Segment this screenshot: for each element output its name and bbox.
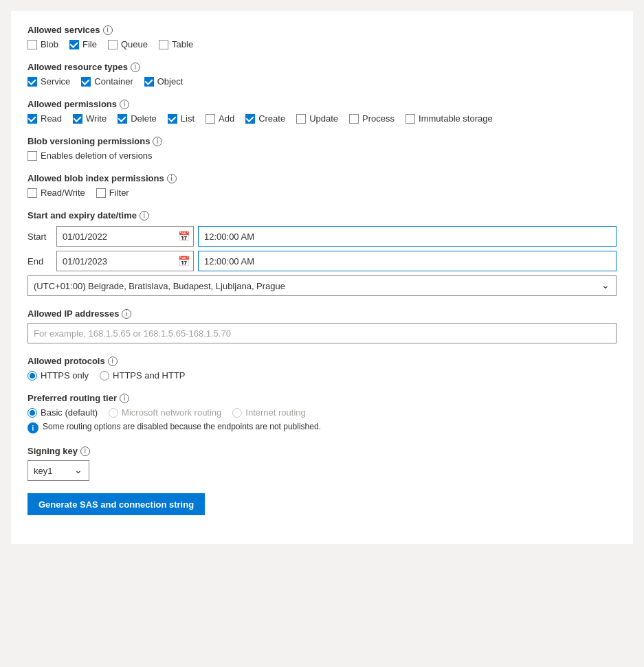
blob-index-filter-checkbox[interactable] [96,188,106,198]
allowed-ip-input[interactable] [27,323,617,343]
perm-list-checkbox[interactable] [168,114,177,124]
perm-list-item[interactable]: List [168,113,195,124]
start-label: Start [27,231,52,242]
table-checkbox[interactable] [159,40,168,49]
resource-service-checkbox[interactable] [27,77,37,87]
blob-index-info-icon[interactable]: i [167,174,177,183]
end-date-input-wrapper: 📅 [56,251,194,271]
start-time-input[interactable] [198,226,617,247]
blob-versioning-enable-item[interactable]: Enables deletion of versions [27,150,153,161]
protocol-https-only-item[interactable]: HTTPS only [27,370,89,381]
blob-label: Blob [41,39,58,49]
main-panel: Allowed services i Blob File Queue Table [11,11,633,544]
perm-process-checkbox[interactable] [349,114,359,124]
protocol-https-only-label: HTTPS only [41,370,89,381]
routing-tier-label: Preferred routing tier i [27,393,617,403]
allowed-resource-types-label: Allowed resource types i [27,62,617,72]
resource-container-checkbox[interactable] [81,77,91,87]
file-label: File [82,39,97,49]
resource-container-label: Container [94,76,133,87]
routing-internet-item: Internet routing [232,407,305,418]
file-checkbox[interactable] [69,40,79,49]
perm-update-label: Update [309,113,338,124]
perm-write-checkbox[interactable] [73,114,82,124]
blob-index-readwrite-item[interactable]: Read/Write [27,188,85,198]
perm-create-checkbox[interactable] [245,114,255,124]
perm-process-item[interactable]: Process [349,113,395,124]
routing-basic-radio[interactable] [27,408,37,418]
allowed-protocols-label: Allowed protocols i [27,356,617,366]
blob-checkbox[interactable] [27,40,37,49]
perm-update-item[interactable]: Update [296,113,338,124]
allowed-services-info-icon[interactable]: i [103,25,113,35]
allowed-permissions-section: Allowed permissions i Read Write Delete … [27,99,617,124]
resource-service-item[interactable]: Service [27,76,70,87]
resource-object-item[interactable]: Object [144,76,184,87]
blob-index-checkboxes: Read/Write Filter [27,188,617,198]
allowed-ip-label: Allowed IP addresses i [27,308,617,319]
start-date-input[interactable] [56,226,194,247]
routing-tier-section: Preferred routing tier i Basic (default)… [27,393,617,433]
service-file-item[interactable]: File [69,39,97,49]
queue-label: Queue [121,39,148,49]
routing-basic-label: Basic (default) [41,407,98,418]
signing-key-info-icon[interactable]: i [80,446,90,456]
routing-basic-item[interactable]: Basic (default) [27,407,98,418]
resource-object-checkbox[interactable] [144,77,154,87]
signing-key-select-wrapper: key1 key2 [27,460,89,481]
perm-create-item[interactable]: Create [245,113,285,124]
perm-add-label: Add [219,113,234,124]
allowed-resource-types-info-icon[interactable]: i [131,63,140,72]
signing-key-select[interactable]: key1 key2 [27,460,89,481]
perm-delete-checkbox[interactable] [118,114,127,124]
datetime-info-icon[interactable]: i [140,211,149,221]
allowed-resource-types-section: Allowed resource types i Service Contain… [27,62,617,87]
routing-microsoft-item: Microsoft network routing [109,407,221,418]
allowed-protocols-info-icon[interactable]: i [108,357,118,366]
protocol-https-http-item[interactable]: HTTPS and HTTP [100,370,185,381]
perm-read-item[interactable]: Read [27,113,62,124]
allowed-services-section: Allowed services i Blob File Queue Table [27,25,617,49]
allowed-ip-section: Allowed IP addresses i [27,308,617,343]
service-queue-item[interactable]: Queue [108,39,148,49]
allowed-ip-info-icon[interactable]: i [122,309,131,319]
routing-tier-info-icon[interactable]: i [120,394,129,403]
end-date-input[interactable] [56,251,194,271]
blob-versioning-label: Blob versioning permissions i [27,136,617,146]
blob-index-readwrite-label: Read/Write [41,188,85,198]
routing-tier-radios: Basic (default) Microsoft network routin… [27,407,617,418]
perm-write-item[interactable]: Write [73,113,107,124]
perm-add-item[interactable]: Add [206,113,234,124]
blob-index-filter-item[interactable]: Filter [96,188,129,198]
service-blob-item[interactable]: Blob [27,39,58,49]
end-time-input[interactable] [198,251,617,271]
blob-index-readwrite-checkbox[interactable] [27,188,37,198]
service-table-item[interactable]: Table [159,39,193,49]
perm-write-label: Write [86,113,107,124]
perm-read-label: Read [41,113,62,124]
allowed-protocols-section: Allowed protocols i HTTPS only HTTPS and… [27,356,617,381]
protocol-https-only-radio[interactable] [27,371,37,381]
protocol-https-http-radio[interactable] [100,371,109,381]
perm-immutable-item[interactable]: Immutable storage [406,113,493,124]
routing-internet-radio [232,408,242,418]
routing-microsoft-label: Microsoft network routing [122,407,221,418]
allowed-permissions-info-icon[interactable]: i [120,100,129,109]
blob-versioning-checkbox[interactable] [27,151,37,161]
perm-update-checkbox[interactable] [296,114,306,124]
perm-read-checkbox[interactable] [27,114,37,124]
start-date-row: Start 📅 [27,226,617,247]
datetime-section: Start and expiry date/time i Start 📅 End… [27,210,617,296]
blob-versioning-info-icon[interactable]: i [153,137,162,146]
perm-immutable-checkbox[interactable] [406,114,415,124]
routing-info-circle-icon: i [27,422,38,433]
generate-sas-button[interactable]: Generate SAS and connection string [27,493,205,515]
perm-add-checkbox[interactable] [206,114,215,124]
timezone-select[interactable]: (UTC+01:00) Belgrade, Bratislava, Budape… [27,275,617,296]
perm-delete-item[interactable]: Delete [118,113,157,124]
queue-checkbox[interactable] [108,40,118,49]
allowed-resource-types-checkboxes: Service Container Object [27,76,617,87]
end-date-row: End 📅 [27,251,617,271]
resource-object-label: Object [157,76,184,87]
resource-container-item[interactable]: Container [81,76,133,87]
